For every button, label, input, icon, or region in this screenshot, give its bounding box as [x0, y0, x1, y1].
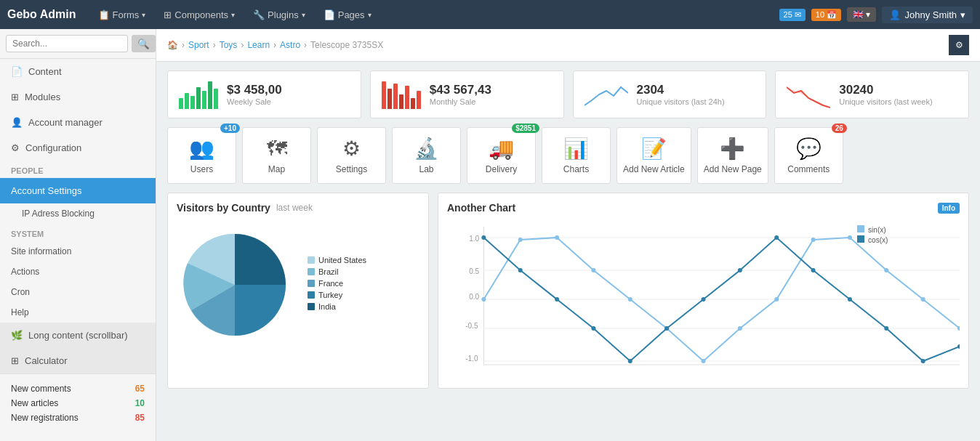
- topnav: Gebo Admin 📋 Forms ▾ ⊞ Components ▾ 🔧 Pl…: [0, 0, 980, 29]
- sidebar-item-modules[interactable]: ⊞ Modules: [0, 84, 156, 110]
- svg-point-15: [518, 238, 523, 242]
- svg-point-40: [921, 359, 925, 363]
- sidebar-item-content[interactable]: 📄 Content: [0, 59, 156, 84]
- charts-icon: 📊: [548, 137, 604, 161]
- configuration-icon: ⚙: [11, 142, 20, 153]
- svg-point-39: [884, 326, 888, 331]
- delivery-badge: $2851: [512, 124, 539, 133]
- sidebar-item-configuration[interactable]: ⚙ Configuration: [0, 135, 156, 161]
- people-section-label: PEOPLE: [0, 161, 156, 178]
- delivery-icon: 🚚: [473, 137, 529, 161]
- nav-plugins[interactable]: 🔧 Plugins ▾: [246, 0, 313, 29]
- lab-icon: 🔬: [398, 137, 454, 161]
- stats-row: $3 458,00 Weekly Sale $43 567,43 Mo: [156, 62, 980, 118]
- visitors-week-chart: [787, 80, 830, 109]
- main-content: 🏠 › Sport › Toys › Learn › Astro › Teles…: [156, 29, 980, 441]
- breadcrumb-toys[interactable]: Toys: [220, 40, 238, 50]
- svg-point-31: [591, 326, 595, 331]
- svg-point-41: [957, 344, 960, 349]
- users-icon: 👥: [174, 137, 230, 161]
- svg-point-18: [628, 297, 632, 302]
- sidebar-item-calculator[interactable]: ⊞ Calculator: [0, 348, 156, 373]
- stat-new-comments: New comments 65: [11, 381, 145, 396]
- sidebar-item-site-info[interactable]: Site information: [0, 241, 156, 262]
- nav-forms[interactable]: 📋 Forms ▾: [91, 0, 153, 29]
- user-menu[interactable]: 👤 Johny Smith ▾: [882, 7, 973, 23]
- stat-new-registrations: New registrations 85: [11, 410, 145, 425]
- topnav-right: 25 ✉ 10 📅 🇬🇧 ▾ 👤 Johny Smith ▾: [779, 7, 973, 23]
- stat-card-weekly-text: $3 458,00 Weekly Sale: [227, 83, 282, 106]
- home-icon[interactable]: 🏠: [167, 40, 178, 50]
- svg-point-33: [664, 326, 669, 331]
- map-icon: 🗺: [249, 137, 305, 161]
- svg-point-30: [555, 297, 559, 302]
- tile-lab[interactable]: 🔬 Lab: [392, 127, 461, 184]
- svg-point-25: [884, 268, 888, 272]
- legend-brazil: Brazil: [308, 267, 366, 276]
- stat-card-visitors-24h: 2304 Unique visitors (last 24h): [573, 70, 767, 118]
- icon-grid: +10 👥 Users 🗺 Map ⚙ Settings 🔬 Lab $2851…: [156, 118, 980, 193]
- nav-components[interactable]: ⊞ Components ▾: [156, 0, 242, 29]
- svg-text:1.0: 1.0: [469, 235, 479, 243]
- svg-point-29: [518, 268, 523, 272]
- search-button[interactable]: 🔍: [132, 35, 156, 52]
- svg-point-36: [774, 235, 779, 240]
- add-article-icon: 📝: [623, 137, 685, 161]
- breadcrumb-learn[interactable]: Learn: [247, 40, 270, 50]
- breadcrumb-astro[interactable]: Astro: [280, 40, 300, 50]
- svg-point-14: [481, 297, 486, 302]
- tile-delivery[interactable]: $2851 🚚 Delivery: [467, 127, 536, 184]
- sidebar-item-help[interactable]: Help: [0, 302, 156, 323]
- tile-comments[interactable]: 26 💬 Comments: [774, 127, 843, 184]
- svg-point-32: [628, 359, 632, 363]
- stat-card-24h-text: 2304 Unique visitors (last 24h): [637, 83, 725, 106]
- sidebar-item-long-content[interactable]: 🌿 Long content (scrollbar): [0, 323, 156, 348]
- nav-pages[interactable]: 📄 Pages ▾: [316, 0, 379, 29]
- legend-france: France: [308, 279, 366, 288]
- breadcrumb-sport[interactable]: Sport: [188, 40, 209, 50]
- flag-selector[interactable]: 🇬🇧 ▾: [847, 7, 876, 22]
- breadcrumb-current: Telescope 3735SX: [310, 40, 383, 50]
- sidebar-item-actions[interactable]: Actions: [0, 262, 156, 282]
- stat-card-monthly-text: $43 567,43 Monthly Sale: [430, 83, 491, 106]
- tile-charts[interactable]: 📊 Charts: [542, 127, 611, 184]
- tile-map[interactable]: 🗺 Map: [242, 127, 311, 184]
- sidebar-item-ip-blocking[interactable]: IP Adress Blocking: [0, 203, 156, 224]
- brand: Gebo Admin: [7, 8, 76, 21]
- svg-text:cos(x): cos(x): [868, 236, 888, 244]
- svg-point-35: [738, 268, 742, 272]
- svg-point-17: [591, 268, 595, 272]
- gear-button[interactable]: ⚙: [949, 35, 969, 55]
- tile-add-article[interactable]: 📝 Add New Article: [616, 127, 691, 184]
- legend-us: United States: [308, 256, 366, 264]
- sidebar-item-account-settings[interactable]: Account Settings: [0, 178, 156, 203]
- breadcrumb: 🏠 › Sport › Toys › Learn › Astro › Teles…: [156, 29, 980, 62]
- layout: 🔍 📄 Content ⊞ Modules 👤 Account manager …: [0, 29, 980, 441]
- badge-calendar[interactable]: 10 📅: [811, 9, 841, 21]
- tile-settings[interactable]: ⚙ Settings: [317, 127, 386, 184]
- svg-point-21: [738, 326, 742, 331]
- stat-new-articles: New articles 10: [11, 396, 145, 410]
- search-input[interactable]: [6, 35, 128, 52]
- tile-users[interactable]: +10 👥 Users: [167, 127, 236, 184]
- tile-add-page[interactable]: ➕ Add New Page: [697, 127, 768, 184]
- legend-turkey: Turkey: [308, 291, 366, 299]
- stat-card-week-text: 30240 Unique visitors (last week): [839, 83, 932, 106]
- sidebar-item-account-manager[interactable]: 👤 Account manager: [0, 110, 156, 135]
- stat-card-visitors-week: 30240 Unique visitors (last week): [775, 70, 969, 118]
- account-manager-icon: 👤: [11, 117, 23, 128]
- add-page-icon: ➕: [704, 137, 762, 161]
- svg-text:-1.0: -1.0: [465, 355, 478, 363]
- svg-rect-42: [857, 225, 864, 232]
- sidebar-item-cron[interactable]: Cron: [0, 282, 156, 302]
- visitors-24h-chart: [585, 80, 628, 109]
- svg-text:sin(x): sin(x): [868, 226, 886, 234]
- sidebar-stats: New comments 65 New articles 10 New regi…: [0, 373, 156, 432]
- svg-point-37: [811, 268, 816, 272]
- svg-point-23: [811, 238, 816, 242]
- svg-point-26: [921, 297, 925, 302]
- svg-text:-0.5: -0.5: [465, 322, 478, 330]
- info-badge: Info: [938, 203, 960, 214]
- chart-visitors-title: Visitors by Country last week: [177, 202, 419, 214]
- badge-mail[interactable]: 25 ✉: [779, 9, 806, 21]
